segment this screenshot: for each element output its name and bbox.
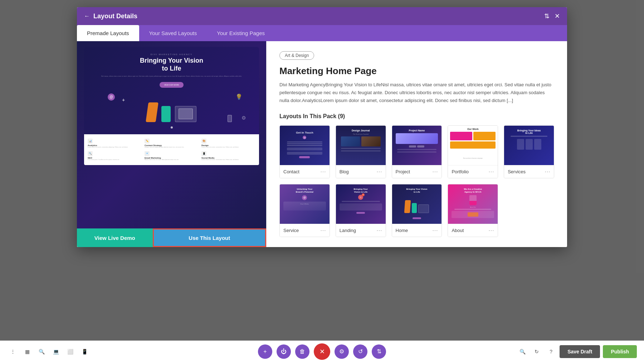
service-more-button[interactable]: ⋯ xyxy=(320,227,326,234)
layout-card-portfolio[interactable]: Our Work New products showcase campaign … xyxy=(448,125,498,178)
use-this-layout-button[interactable]: Use This Layout xyxy=(153,228,266,247)
left-panel: DIVI MARKETING AGENCY Bringing Your Visi… xyxy=(77,41,267,247)
layout-card-contact[interactable]: Get In Touch ✉ xyxy=(279,125,330,178)
layout-button[interactable]: ⇅ xyxy=(372,344,386,359)
modal-tabs: Premade Layouts Your Saved Layouts Your … xyxy=(77,25,567,41)
modal-overlay: ← Layout Details ⇅ ✕ Premade Layouts You… xyxy=(0,0,644,341)
back-button[interactable]: ← xyxy=(84,13,90,19)
service-design: 🎨 Design Lorem ornare sit in amet, conse… xyxy=(201,139,255,148)
save-draft-button[interactable]: Save Draft xyxy=(560,345,600,358)
preview-image: DIVI MARKETING AGENCY Bringing Your Visi… xyxy=(77,41,266,228)
layout-card-landing-footer: Landing ⋯ xyxy=(336,224,386,237)
tablet-icon[interactable]: ⬜ xyxy=(64,346,76,357)
layout-card-blog-footer: Blog ⋯ xyxy=(336,165,386,178)
mockup-cta-btn: VIEW OUR WORK xyxy=(160,82,183,88)
more-options-icon[interactable]: ⋮ xyxy=(7,346,19,357)
right-panel: Art & Design Marketing Home Page Divi Ma… xyxy=(267,41,567,247)
refresh-icon[interactable]: ↻ xyxy=(531,346,542,357)
modal-header: ← Layout Details ⇅ ✕ xyxy=(77,7,567,25)
pack-title: Layouts In This Pack (9) xyxy=(279,113,554,120)
home-label: Home xyxy=(396,228,408,233)
settings-button[interactable]: ⚙ xyxy=(335,344,349,359)
layout-card-home-footer: Home ⋯ xyxy=(392,224,442,237)
layout-card-home[interactable]: Bringing Your Visionto Life Home xyxy=(392,184,442,237)
left-tools: ⋮ ▦ 🔍 💻 ⬜ 📱 xyxy=(7,346,90,357)
layout-card-contact-footer: Contact ⋯ xyxy=(280,165,330,178)
power-button[interactable]: ⏻ xyxy=(277,344,291,359)
tab-premade-layouts[interactable]: Premade Layouts xyxy=(77,25,139,41)
layout-card-project[interactable]: Project Name Project ⋯ xyxy=(392,125,442,178)
portfolio-label: Portfolio xyxy=(452,169,469,174)
mockup-agency-label: DIVI MARKETING AGENCY xyxy=(90,53,253,55)
bottom-toolbar: ⋮ ▦ 🔍 💻 ⬜ 📱 + ⏻ 🗑 ✕ ⚙ ↺ ⇅ 🔍 ↻ ? Save Dra… xyxy=(0,341,644,362)
header-right: ⇅ ✕ xyxy=(544,12,560,20)
layout-description: Divi Marketing AgencyBringing Your Visio… xyxy=(279,81,554,105)
contact-more-button[interactable]: ⋯ xyxy=(320,168,326,175)
right-tools: 🔍 ↻ ? Save Draft Publish xyxy=(517,345,637,358)
service-email: 📧 Email Marketing Mauris ornare eros, ne… xyxy=(145,151,199,161)
help-icon[interactable]: ? xyxy=(545,346,557,357)
about-label: About xyxy=(452,228,464,233)
layouts-grid-row1: Get In Touch ✉ xyxy=(279,125,554,178)
mockup-headline: Bringing Your Visionto Life xyxy=(90,57,253,72)
layout-card-services[interactable]: Bringing Your Ideasto Life Services ⋯ xyxy=(504,125,554,178)
landing-more-button[interactable]: ⋯ xyxy=(376,227,382,234)
settings-icon[interactable]: ⇅ xyxy=(544,12,550,20)
close-modal-button[interactable]: ✕ xyxy=(555,12,560,20)
layout-card-landing[interactable]: Bringing YourVision to Life 11 ☺ xyxy=(336,184,386,237)
service-content: ✏️ Content Strategy Quisque nibh sed adi… xyxy=(145,139,199,148)
service-seo: 🔍 SEO In ac auctor purus. Condilum ver i… xyxy=(88,151,142,161)
service-label: Service xyxy=(283,228,299,233)
service-analytics: 📊 Analytics Lorem minim sit in amet, con… xyxy=(88,139,142,148)
layout-card-service[interactable]: Unlocking YourBrand's Potential @ How It… xyxy=(279,184,330,237)
layout-details-modal: ← Layout Details ⇅ ✕ Premade Layouts You… xyxy=(77,7,567,247)
tab-saved-layouts[interactable]: Your Saved Layouts xyxy=(139,25,207,41)
view-live-demo-button[interactable]: View Live Demo xyxy=(77,228,153,247)
layout-card-about[interactable]: We Are a CreativeAgency In SF.CA About D… xyxy=(448,184,498,237)
modal-title: Layout Details xyxy=(93,13,137,20)
layout-card-service-footer: Service ⋯ xyxy=(280,224,330,237)
close-editor-button[interactable]: ✕ xyxy=(314,343,330,360)
layouts-grid-row2: Unlocking YourBrand's Potential @ How It… xyxy=(279,184,554,237)
publish-button[interactable]: Publish xyxy=(603,345,637,358)
about-more-button[interactable]: ⋯ xyxy=(488,227,494,234)
header-left: ← Layout Details xyxy=(84,13,137,20)
add-element-button[interactable]: + xyxy=(258,344,272,359)
modal-body: DIVI MARKETING AGENCY Bringing Your Visi… xyxy=(77,41,567,247)
center-tools: + ⏻ 🗑 ✕ ⚙ ↺ ⇅ xyxy=(258,343,386,360)
layout-card-portfolio-footer: Portfolio ⋯ xyxy=(448,165,498,178)
layout-card-services-footer: Services ⋯ xyxy=(504,165,554,178)
search-tool-icon[interactable]: 🔍 xyxy=(36,346,47,357)
project-more-button[interactable]: ⋯ xyxy=(432,168,438,175)
project-label: Project xyxy=(396,169,410,174)
search-icon[interactable]: 🔍 xyxy=(517,346,528,357)
landing-label: Landing xyxy=(340,228,356,233)
contact-label: Contact xyxy=(283,169,299,174)
delete-button[interactable]: 🗑 xyxy=(295,344,309,359)
services-label: Services xyxy=(508,169,526,174)
category-badge[interactable]: Art & Design xyxy=(279,51,314,60)
layout-card-about-footer: About ⋯ xyxy=(448,224,498,237)
mobile-icon[interactable]: 📱 xyxy=(79,346,90,357)
service-social: 📱 Social Media Lorem ornare sit in amet,… xyxy=(201,151,255,161)
portfolio-more-button[interactable]: ⋯ xyxy=(488,168,494,175)
grid-icon[interactable]: ▦ xyxy=(21,346,33,357)
layout-card-blog[interactable]: Design Journal The Road Less Traveled Bl… xyxy=(336,125,386,178)
tab-existing-pages[interactable]: Your Existing Pages xyxy=(207,25,275,41)
blog-label: Blog xyxy=(340,169,349,174)
preview-actions: View Live Demo Use This Layout xyxy=(77,228,266,247)
mockup-subtext: Nisl massa, ultrices vitae ornare sit am… xyxy=(90,75,253,77)
home-more-button[interactable]: ⋯ xyxy=(432,227,438,234)
history-button[interactable]: ↺ xyxy=(353,344,367,359)
desktop-icon[interactable]: 💻 xyxy=(50,346,62,357)
layout-card-project-footer: Project ⋯ xyxy=(392,165,442,178)
services-more-button[interactable]: ⋯ xyxy=(545,168,550,175)
layout-title: Marketing Home Page xyxy=(279,66,554,77)
blog-more-button[interactable]: ⋯ xyxy=(376,168,382,175)
